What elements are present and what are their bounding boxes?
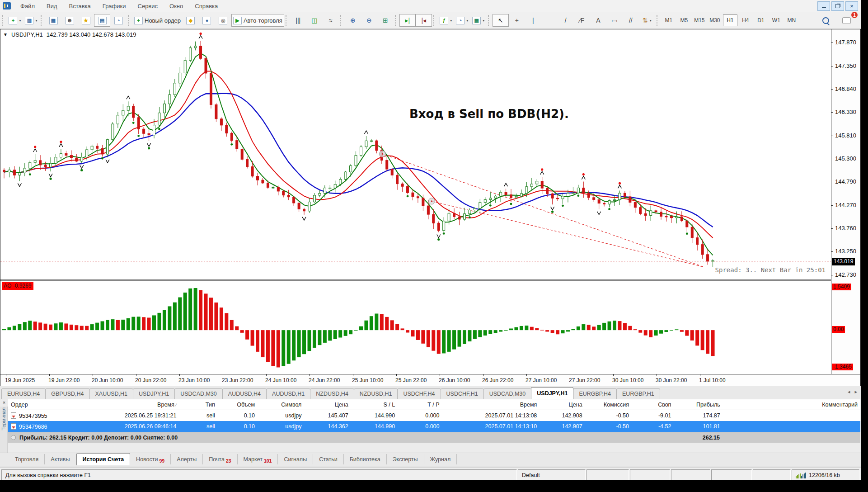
fibo-button[interactable]: ∕F [574,14,590,27]
column-header-13[interactable]: Комментарий [723,399,860,410]
chart-tab-0[interactable]: EURUSD,H4 [1,388,46,399]
timeframe-M5[interactable]: M5 [677,14,691,26]
trend-line-button[interactable]: / [558,14,574,27]
chart-tab-11[interactable]: USDCAD,M30 [483,388,532,399]
column-header-9[interactable]: Цена [540,399,585,410]
channels-button[interactable]: // [623,14,639,27]
chart-tab-14[interactable]: EURGBP,H1 [616,388,660,399]
navigator-button[interactable]: ★ [78,14,94,27]
price-axis[interactable]: 147.870147.350146.840146.330145.810145.3… [831,29,860,374]
terminal-side-tab[interactable]: Терминал [0,407,8,453]
chart-tab-4[interactable]: USDCAD,M30 [174,388,223,399]
column-header-11[interactable]: Своп [632,399,674,410]
timeframe-H4[interactable]: H4 [738,14,753,26]
chart-tab-5[interactable]: AUDUSD,H4 [222,388,267,399]
tile-windows-button[interactable]: ⊞ [377,14,394,27]
timeframe-MN[interactable]: MN [784,14,799,26]
label-tool-button[interactable]: ▭ [606,14,623,27]
chart-bars-button[interactable]: ||| [290,14,306,27]
column-header-1[interactable]: Время∕ [97,399,179,410]
strategy-tester-button[interactable]: ◔ [110,14,127,27]
chart-tab-8[interactable]: NZDUSD,H1 [354,388,398,399]
column-header-4[interactable]: Символ [258,399,304,410]
terminal-tab-Эксперты[interactable]: Эксперты [387,454,424,464]
cursor-button[interactable]: ↖ [493,14,509,27]
table-row[interactable]: 9534739552025.06.25 19:31:21sell0.10usdj… [8,410,860,421]
ao-indicator-area[interactable]: AO -0.9269 [0,281,831,374]
column-header-6[interactable]: S / L [351,399,398,410]
chart-tab-2[interactable]: XAUUSD,H1 [89,388,134,399]
terminal-tab-История Счета[interactable]: История Счета [76,453,131,465]
scroll-left-icon[interactable]: ◂ [848,389,850,395]
status-profile[interactable]: Default [518,469,586,480]
periods-button[interactable]: ◔▾ [454,14,470,27]
chart-tab-7[interactable]: NZDUSD,H4 [310,388,354,399]
profiles-button[interactable]: ▥▾ [23,14,39,27]
column-header-2[interactable]: Тип [179,399,217,410]
new-chart-button[interactable]: +▾ [7,14,23,27]
new-order-button[interactable]: +Новый ордер [132,14,183,27]
terminal-tab-Журнал[interactable]: Журнал [424,454,457,464]
column-header-8[interactable]: Время [442,399,540,410]
menu-item-Справка[interactable]: Справка [189,1,224,11]
metaeditor-button[interactable]: ◆ [183,14,199,27]
timeframe-H1[interactable]: H1 [723,14,737,26]
terminal-tab-Статьи[interactable]: Статьи [313,454,344,464]
chart-tab-6[interactable]: AUDUSD,H1 [266,388,310,399]
terminal-panel-button[interactable]: ▤ [94,14,110,27]
time-axis[interactable]: 19 Jun 202519 Jun 22:0020 Jun 10:0020 Ju… [0,374,860,386]
chart-tab-9[interactable]: USDCHF,H4 [397,388,441,399]
crosshair-button[interactable]: + [509,14,525,27]
column-header-5[interactable]: Цена [304,399,351,410]
minimize-button[interactable] [817,1,830,11]
chart-line-button[interactable]: ≈ [323,14,339,27]
timeframe-M1[interactable]: M1 [662,14,676,26]
chart-tab-10[interactable]: USDCHF,H1 [441,388,484,399]
terminal-tab-Торговля[interactable]: Торговля [9,454,45,464]
text-tool-button[interactable]: A [590,14,606,27]
chart-tab-12[interactable]: USDJPY,H1 [531,387,573,399]
arrows-tool-button[interactable]: ⇅▾ [639,14,655,27]
templates-button[interactable]: ▦▾ [470,14,487,27]
menu-item-Вид[interactable]: Вид [41,1,63,11]
indicators-button[interactable]: ƒ▾ [438,14,454,27]
close-button[interactable]: × [845,1,858,11]
zoom-out-button[interactable]: ⊖ [361,14,377,27]
terminal-tab-Активы[interactable]: Активы [45,454,76,464]
data-window-button[interactable]: ⊕ [61,14,78,27]
terminal-tab-Сигналы[interactable]: Сигналы [278,454,313,464]
terminal-tab-Маркет[interactable]: Маркет101 [238,454,278,464]
menu-item-Файл[interactable]: Файл [14,1,41,11]
chart-tab-13[interactable]: EURGBP,H4 [573,388,617,399]
search-button[interactable] [817,14,834,27]
market-watch-button[interactable]: ▦ [45,14,61,27]
sound-button[interactable]: ◎ [215,14,231,27]
main-chart-area[interactable]: ▼ USDJPY,H1 142.739 143.040 142.678 143.… [0,29,831,279]
timeframe-M15[interactable]: M15 [692,14,707,26]
terminal-tab-Новости[interactable]: Новости99 [130,454,171,464]
column-header-10[interactable]: Комиссия [585,399,632,410]
terminal-tab-Алерты[interactable]: Алерты [171,454,203,464]
chart-dropdown-icon[interactable]: ▼ [3,32,8,37]
timeframe-D1[interactable]: D1 [754,14,768,26]
terminal-close-icon[interactable]: × [1,400,7,405]
vertical-line-button[interactable]: | [525,14,541,27]
auto-scroll-button[interactable]: ▸| [399,14,416,27]
timeframe-W1[interactable]: W1 [769,14,784,26]
column-header-3[interactable]: Объем [218,399,258,410]
table-row[interactable]: 9534796862025.06.26 09:46:14sell0.10usdj… [8,421,860,432]
chart-shift-button[interactable]: |◂ [416,14,432,27]
column-header-7[interactable]: T / P [398,399,442,410]
notifications-button[interactable]: 1 [838,14,854,27]
restore-button[interactable] [831,1,844,11]
chart-tab-1[interactable]: GBPUSD,H4 [45,388,89,399]
autotrade-button[interactable]: ▶Авто-торговля [231,14,284,27]
terminal-tab-Библиотека[interactable]: Библиотека [344,454,387,464]
chart-candles-button[interactable]: ◫ [306,14,323,27]
experts-button[interactable]: ● [199,14,215,27]
timeframe-M30[interactable]: M30 [708,14,722,26]
horizontal-line-button[interactable]: — [541,14,558,27]
zoom-in-button[interactable]: ⊕ [345,14,361,27]
menu-item-Окно[interactable]: Окно [164,1,189,11]
scroll-right-icon[interactable]: ▸ [854,389,857,395]
